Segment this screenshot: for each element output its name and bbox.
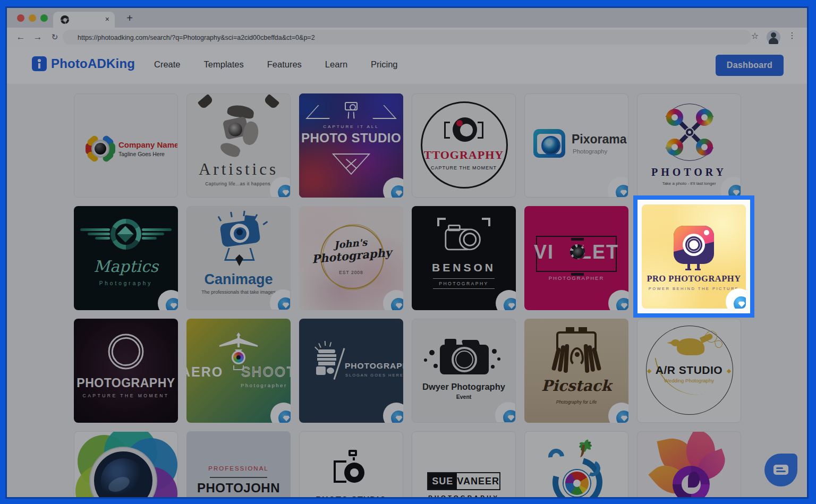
premium-badge-icon[interactable] bbox=[734, 296, 746, 309]
browser-window: × + ← → ↻ https://photoadking.com/search… bbox=[7, 8, 807, 497]
card-subtitle: POWER BEHIND THE PICTURE bbox=[642, 286, 746, 291]
highlight-selection-box: PRO PHOTOGRAPHY POWER BEHIND THE PICTURE bbox=[633, 195, 754, 318]
template-card-pro-photography-highlighted[interactable]: PRO PHOTOGRAPHY POWER BEHIND THE PICTURE bbox=[642, 204, 746, 309]
camera-app-icon bbox=[674, 226, 714, 264]
card-title: PRO PHOTOGRAPHY bbox=[642, 274, 746, 284]
